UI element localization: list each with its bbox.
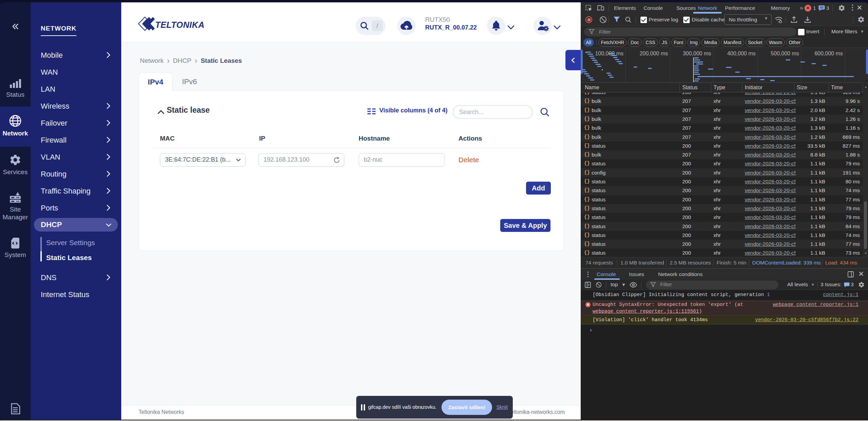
svg-text:400,000 ms: 400,000 ms [727, 51, 756, 56]
svg-text:600,000 ms: 600,000 ms [814, 51, 843, 56]
svg-text:500,000 ms: 500,000 ms [771, 51, 799, 56]
svg-text:300,000 ms: 300,000 ms [683, 51, 711, 56]
svg-text:200,000 ms: 200,000 ms [639, 51, 668, 56]
